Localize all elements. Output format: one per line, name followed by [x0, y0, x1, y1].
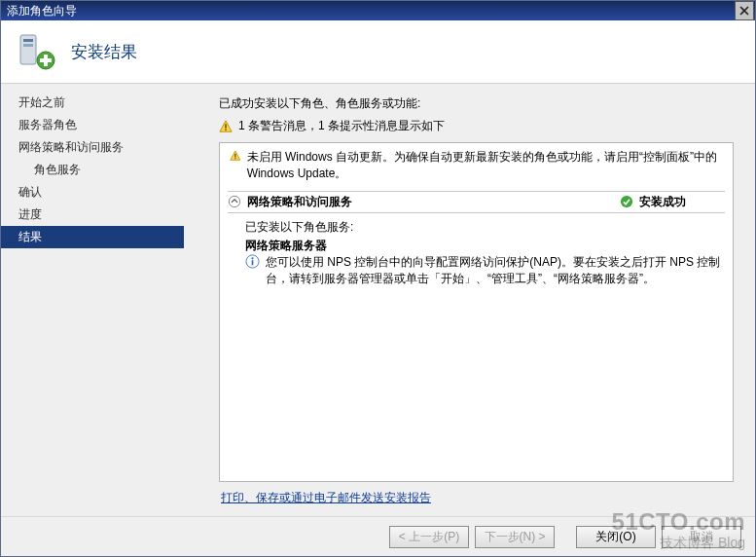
close-button[interactable]: 关闭(O) — [576, 526, 656, 548]
svg-point-17 — [251, 257, 253, 259]
wizard-sidebar: 开始之前 服务器角色 网络策略和访问服务 角色服务 确认 进度 结果 — [1, 84, 184, 516]
svg-rect-10 — [225, 129, 226, 130]
wizard-footer: < 上一步(P) 下一步(N) > 关闭(O) 取消 — [1, 516, 755, 556]
role-section-header[interactable]: 网络策略和访问服务 安装成功 — [228, 191, 725, 213]
prev-button: < 上一步(P) — [389, 526, 469, 548]
role-section-body: 已安装以下角色服务: 网络策略服务器 您可以使用 NPS 控制台中的向导配置网络… — [228, 213, 725, 294]
window-title: 添加角色向导 — [7, 3, 77, 19]
installed-services-label: 已安装以下角色服务: — [245, 219, 725, 236]
svg-rect-7 — [40, 58, 52, 62]
svg-point-14 — [229, 197, 239, 207]
nps-info-text: 您可以使用 NPS 控制台中的向导配置网络访问保护(NAP)。要在安装之后打开 … — [266, 254, 725, 288]
next-button: 下一步(N) > — [475, 526, 555, 548]
sidebar-item-results[interactable]: 结果 — [1, 226, 184, 248]
svg-rect-3 — [23, 39, 33, 42]
sidebar-item-confirm[interactable]: 确认 — [1, 181, 184, 204]
role-section-title: 网络策略和访问服务 — [247, 194, 352, 210]
install-report-link[interactable]: 打印、保存或通过电子邮件发送安装报告 — [219, 482, 734, 510]
results-summary-line: 1 条警告消息，1 条提示性消息显示如下 — [219, 118, 734, 134]
success-icon — [620, 195, 633, 208]
window-close-button[interactable] — [735, 1, 754, 20]
svg-rect-9 — [225, 124, 226, 128]
titlebar: 添加角色向导 — [1, 1, 755, 20]
svg-rect-18 — [252, 260, 254, 265]
sidebar-item-role-services[interactable]: 角色服务 — [1, 159, 184, 181]
svg-rect-12 — [234, 154, 235, 158]
nps-info-row: 您可以使用 NPS 控制台中的向导配置网络访问保护(NAP)。要在安装之后打开 … — [245, 254, 725, 288]
svg-rect-4 — [23, 44, 33, 47]
svg-rect-13 — [234, 158, 235, 159]
wizard-header-title: 安装结果 — [71, 41, 137, 63]
warning-icon — [219, 120, 233, 133]
sidebar-item-server-roles[interactable]: 服务器角色 — [1, 114, 184, 136]
info-icon — [245, 254, 260, 269]
svg-point-15 — [621, 196, 632, 207]
sidebar-item-before-start[interactable]: 开始之前 — [1, 92, 184, 114]
wizard-header-icon — [17, 31, 57, 72]
cancel-button: 取消 — [662, 526, 741, 548]
role-section-status: 安装成功 — [639, 194, 686, 210]
wizard-content: 已成功安装以下角色、角色服务或功能: 1 条警告消息，1 条提示性消息显示如下 — [184, 84, 755, 516]
windows-update-warning-text: 未启用 Windows 自动更新。为确保自动更新最新安装的角色或功能，请启用“控… — [247, 149, 723, 183]
windows-update-warning: 未启用 Windows 自动更新。为确保自动更新最新安装的角色或功能，请启用“控… — [228, 149, 725, 189]
results-panel: 未启用 Windows 自动更新。为确保自动更新最新安装的角色或功能，请启用“控… — [219, 142, 734, 482]
sidebar-item-progress[interactable]: 进度 — [1, 204, 184, 226]
installed-role-name: 网络策略服务器 — [245, 238, 725, 254]
collapse-icon — [228, 195, 241, 208]
warning-icon — [230, 149, 241, 163]
wizard-body: 开始之前 服务器角色 网络策略和访问服务 角色服务 确认 进度 结果 已成功安装… — [1, 84, 755, 516]
sidebar-item-nps-service[interactable]: 网络策略和访问服务 — [1, 136, 184, 159]
wizard-window: 添加角色向导 安装结果 开始之前 服务器角色 — [0, 0, 756, 557]
wizard-header: 安装结果 — [1, 20, 755, 84]
close-icon — [739, 6, 749, 16]
results-intro: 已成功安装以下角色、角色服务或功能: — [219, 95, 734, 112]
results-summary-text: 1 条警告消息，1 条提示性消息显示如下 — [238, 118, 445, 134]
